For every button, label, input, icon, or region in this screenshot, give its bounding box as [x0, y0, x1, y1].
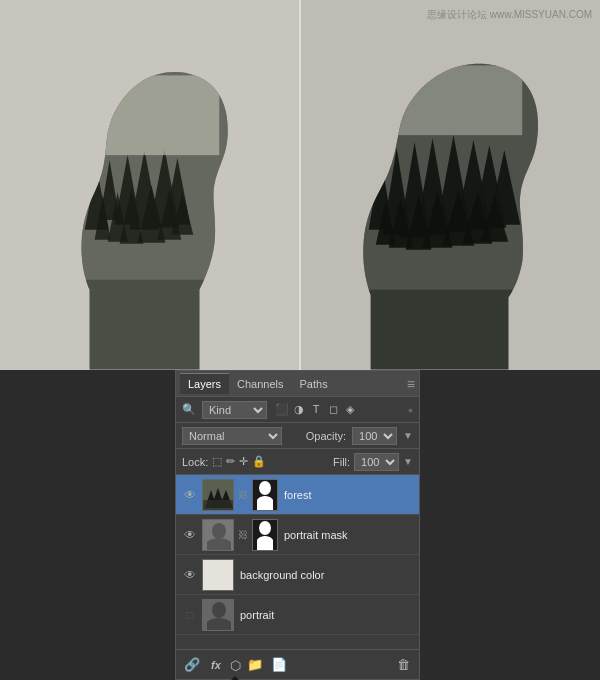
adjustment-icon: ◑: [292, 403, 306, 416]
layer-name-forest: forest: [284, 489, 312, 501]
lock-icons: ⬚ ✏ ✛ 🔒: [212, 455, 266, 468]
new-layer-icon[interactable]: 📄: [269, 657, 289, 672]
layer-name-portrait-mask: portrait mask: [284, 529, 348, 541]
lock-all-icon[interactable]: 🔒: [252, 455, 266, 468]
lock-checkerboard-icon[interactable]: ⬚: [212, 455, 222, 468]
link-icon[interactable]: 🔗: [182, 657, 202, 672]
visibility-icon-forest[interactable]: 👁: [182, 488, 198, 502]
fill-select[interactable]: 100%: [354, 453, 399, 471]
layer-row-bg[interactable]: 👁 background color: [176, 555, 419, 595]
fill-label: Fill:: [333, 456, 350, 468]
opacity-select[interactable]: 100%: [352, 427, 397, 445]
right-image-panel: [299, 0, 600, 370]
blend-mode-select[interactable]: Normal: [182, 427, 282, 445]
lock-move-icon[interactable]: ✛: [239, 455, 248, 468]
layer-thumb-forest: [202, 479, 234, 511]
lock-row: Lock: ⬚ ✏ ✛ 🔒 Fill: 100% ▼: [176, 449, 419, 475]
layer-thumb-bg: [202, 559, 234, 591]
opacity-label: Opacity:: [306, 430, 346, 442]
chain-portrait: ⛓: [238, 529, 248, 540]
svg-rect-42: [203, 500, 234, 511]
kind-row: 🔍 Kind ⬛ ◑ T ◻ ◈ ▪: [176, 397, 419, 423]
add-mask-wrapper: ⬡ Add vector mask: [230, 656, 241, 674]
lock-brush-icon[interactable]: ✏: [226, 455, 235, 468]
visibility-icon-bg[interactable]: 👁: [182, 568, 198, 582]
lock-label: Lock:: [182, 456, 208, 468]
panel-toolbar: 🔗 fx ⬡ Add vector mask 📁 📄 🗑: [176, 649, 419, 679]
visibility-icon-portrait-mask[interactable]: 👁: [182, 528, 198, 542]
svg-point-44: [259, 481, 271, 495]
layer-row-forest[interactable]: 👁 ⛓ forest: [176, 475, 419, 515]
chain-forest: ⛓: [238, 489, 248, 500]
panel-collapse-icon: ▪: [408, 402, 413, 418]
svg-rect-37: [363, 290, 513, 370]
blend-mode-row: Normal Opacity: 100% ▼: [176, 423, 419, 449]
panel-menu-icon[interactable]: ≡: [407, 376, 415, 392]
pixel-icon: ⬛: [275, 403, 289, 416]
folder-icon[interactable]: 📁: [245, 657, 265, 672]
layers-panel: Layers Channels Paths ≡ 🔍 Kind ⬛ ◑ T ◻ ◈…: [175, 370, 420, 680]
layer-row-portrait[interactable]: □ portrait: [176, 595, 419, 635]
tab-channels[interactable]: Channels: [229, 374, 291, 394]
layer-thumb-portrait2: [202, 599, 234, 631]
type-icon: T: [309, 403, 323, 416]
shape-icon: ◻: [326, 403, 340, 416]
trash-icon[interactable]: 🗑: [393, 657, 413, 672]
layer-name-bg: background color: [240, 569, 324, 581]
opacity-arrow: ▼: [403, 430, 413, 441]
svg-point-48: [259, 521, 271, 535]
layer-mask-portrait: [252, 519, 278, 551]
visibility-icon-portrait[interactable]: □: [182, 608, 198, 622]
svg-rect-14: [80, 280, 220, 370]
layer-row-portrait-mask[interactable]: 👁 ⛓ portrait mask: [176, 515, 419, 555]
svg-point-46: [212, 523, 226, 539]
svg-rect-49: [203, 560, 234, 591]
right-silhouette-svg: [301, 0, 600, 370]
tab-layers[interactable]: Layers: [180, 373, 229, 394]
search-icon: 🔍: [182, 403, 196, 416]
smart-icon: ◈: [343, 403, 357, 416]
layer-thumb-portrait: [202, 519, 234, 551]
watermark: 思缘设计论坛 www.MISSYUAN.COM: [427, 8, 592, 22]
fill-arrow: ▼: [403, 456, 413, 467]
kind-icons: ⬛ ◑ T ◻ ◈: [275, 403, 357, 416]
panel-tabs: Layers Channels Paths ≡: [176, 371, 419, 397]
kind-select[interactable]: Kind: [202, 401, 267, 419]
layer-name-portrait: portrait: [240, 609, 274, 621]
image-area: 思缘设计论坛 www.MISSYUAN.COM: [0, 0, 600, 370]
layer-mask-forest: [252, 479, 278, 511]
tab-paths[interactable]: Paths: [292, 374, 336, 394]
add-mask-icon[interactable]: ⬡: [230, 658, 241, 673]
svg-point-51: [212, 602, 226, 618]
left-silhouette-svg: [0, 0, 299, 370]
left-image-panel: [0, 0, 299, 370]
fx-icon[interactable]: fx: [206, 659, 226, 671]
